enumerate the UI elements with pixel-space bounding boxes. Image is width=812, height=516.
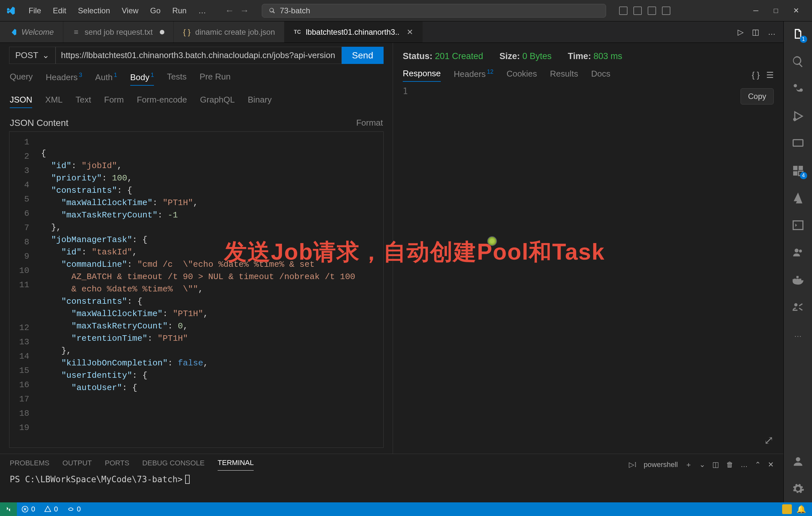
terminal-prompt: PS C:\LBWorkSpace\MyCode\73-batch> bbox=[10, 475, 182, 484]
tab-lbbatchtest[interactable]: TC lbbatchtest01.chinanorth3.. ✕ bbox=[285, 22, 423, 42]
files-badge: 1 bbox=[800, 36, 807, 43]
tab-body[interactable]: Body1 bbox=[130, 72, 154, 86]
rtab-headers[interactable]: Headers12 bbox=[454, 68, 493, 82]
menu-edit[interactable]: Edit bbox=[47, 4, 72, 18]
close-panel-icon[interactable]: ✕ bbox=[768, 460, 774, 469]
shell-label[interactable]: powershell bbox=[644, 460, 678, 469]
json-editor[interactable]: 1234567891011 1213141516171819 { "id": "… bbox=[9, 131, 384, 448]
bodytype-xml[interactable]: XML bbox=[45, 95, 62, 108]
run-icon[interactable]: ▷ bbox=[737, 28, 744, 37]
terminal-icon[interactable] bbox=[791, 218, 805, 232]
bodytype-json[interactable]: JSON bbox=[10, 95, 32, 108]
tab-headers[interactable]: Headers3 bbox=[46, 72, 82, 86]
tab-dinamic-job[interactable]: { } dinamic create job.json bbox=[174, 22, 284, 42]
rtab-response[interactable]: Response bbox=[403, 68, 441, 82]
rtab-docs[interactable]: Docs bbox=[591, 69, 610, 82]
tab-auth[interactable]: Auth1 bbox=[95, 72, 117, 86]
ports-count[interactable]: 0 bbox=[67, 505, 81, 513]
bodytype-form[interactable]: Form bbox=[104, 95, 124, 108]
bodytype-binary[interactable]: Binary bbox=[248, 95, 272, 108]
ptab-debug[interactable]: DEBUG CONSOLE bbox=[142, 459, 205, 471]
errors-count[interactable]: 0 bbox=[22, 505, 35, 513]
format-button[interactable]: Format bbox=[356, 118, 383, 128]
braces-icon[interactable]: { } bbox=[752, 70, 760, 80]
tab-query[interactable]: Query bbox=[10, 72, 33, 86]
source-control-icon[interactable] bbox=[791, 82, 805, 96]
nav-arrows: ← → bbox=[225, 5, 249, 16]
code-content[interactable]: { "id": "jobId", "priority": 100, "const… bbox=[36, 132, 360, 448]
ptab-ports[interactable]: PORTS bbox=[105, 459, 129, 471]
menu-view[interactable]: View bbox=[116, 4, 145, 18]
bodytype-graphql[interactable]: GraphQL bbox=[200, 95, 235, 108]
tab-prerun[interactable]: Pre Run bbox=[200, 72, 231, 86]
terminal-content[interactable]: PS C:\LBWorkSpace\MyCode\73-batch> bbox=[0, 471, 783, 488]
docker-icon[interactable] bbox=[791, 273, 805, 287]
layout-bottom-icon[interactable] bbox=[633, 6, 642, 15]
lines-icon: ≡ bbox=[72, 28, 80, 36]
close-tab-icon[interactable]: ✕ bbox=[407, 28, 413, 37]
request-bar: POST ⌄ https://lbbatchtest01.chinanorth3… bbox=[0, 43, 393, 64]
response-line: 1 bbox=[403, 86, 774, 96]
menu-icon[interactable]: ☰ bbox=[766, 70, 774, 80]
url-input[interactable]: https://lbbatchtest01.chinanorth3.batch.… bbox=[56, 47, 342, 64]
menu-selection[interactable]: Selection bbox=[72, 4, 116, 18]
chevron-down-icon[interactable]: ⌄ bbox=[699, 460, 705, 469]
svg-rect-3 bbox=[799, 166, 803, 170]
nav-forward-icon[interactable]: → bbox=[240, 5, 249, 16]
teams-icon[interactable] bbox=[791, 245, 805, 260]
chevron-up-icon[interactable]: ⌃ bbox=[755, 460, 761, 469]
svg-rect-6 bbox=[793, 221, 803, 230]
split-editor-icon[interactable]: ◫ bbox=[752, 28, 759, 37]
files-icon[interactable]: 1 bbox=[791, 27, 805, 41]
bodytype-text[interactable]: Text bbox=[76, 95, 91, 108]
terminal-profile-icon[interactable]: ▷⁞ bbox=[629, 460, 637, 469]
live-share-icon[interactable] bbox=[791, 300, 805, 314]
warnings-count[interactable]: 0 bbox=[44, 505, 58, 513]
http-method-select[interactable]: POST ⌄ bbox=[9, 47, 56, 64]
rtab-results[interactable]: Results bbox=[550, 69, 578, 82]
window-controls: ─ □ ✕ bbox=[746, 4, 806, 18]
layout-right-icon[interactable] bbox=[648, 6, 656, 15]
menu-go[interactable]: Go bbox=[144, 4, 166, 18]
tab-send-job[interactable]: ≡ send job request.txt bbox=[63, 22, 174, 42]
bell-icon[interactable]: 🔔 bbox=[796, 505, 806, 514]
layout-left-icon[interactable] bbox=[619, 6, 628, 15]
more-actions-icon[interactable]: … bbox=[768, 28, 776, 37]
run-debug-icon[interactable] bbox=[791, 109, 805, 123]
tab-welcome[interactable]: Welcome bbox=[0, 22, 63, 42]
more-activity-icon[interactable]: … bbox=[791, 327, 805, 341]
ptab-problems[interactable]: PROBLEMS bbox=[10, 459, 49, 471]
maximize-icon[interactable]: □ bbox=[766, 4, 786, 18]
bodytype-formencode[interactable]: Form-encode bbox=[137, 95, 187, 108]
tab-tests[interactable]: Tests bbox=[167, 72, 187, 86]
rtab-cookies[interactable]: Cookies bbox=[506, 69, 537, 82]
new-terminal-icon[interactable]: ＋ bbox=[685, 460, 692, 469]
search-icon[interactable] bbox=[791, 55, 805, 69]
expand-icon[interactable]: ⤢ bbox=[764, 433, 774, 447]
menu-more-icon[interactable]: … bbox=[192, 4, 212, 18]
remote-icon[interactable] bbox=[791, 136, 805, 151]
content-label: JSON Content bbox=[10, 118, 68, 128]
extensions-icon[interactable]: 4 bbox=[791, 163, 805, 178]
azure-icon[interactable] bbox=[791, 191, 805, 205]
panel-tabs: PROBLEMS OUTPUT PORTS DEBUG CONSOLE TERM… bbox=[0, 454, 783, 471]
remote-indicator[interactable] bbox=[0, 503, 17, 516]
command-center[interactable]: 73-batch bbox=[262, 4, 606, 18]
send-button[interactable]: Send bbox=[342, 47, 384, 64]
minimize-icon[interactable]: ─ bbox=[746, 4, 766, 18]
gear-icon[interactable] bbox=[791, 482, 805, 496]
nav-back-icon[interactable]: ← bbox=[225, 5, 234, 16]
menu-file[interactable]: File bbox=[23, 4, 47, 18]
sb-warn-icon[interactable] bbox=[782, 504, 792, 514]
layout-custom-icon[interactable] bbox=[662, 6, 670, 15]
chevron-down-icon: ⌄ bbox=[42, 50, 49, 60]
ptab-terminal[interactable]: TERMINAL bbox=[218, 459, 254, 471]
trash-icon[interactable]: 🗑 bbox=[726, 460, 733, 469]
menu-run[interactable]: Run bbox=[166, 4, 192, 18]
ptab-output[interactable]: OUTPUT bbox=[62, 459, 92, 471]
account-icon[interactable] bbox=[791, 454, 805, 468]
copy-button[interactable]: Copy bbox=[741, 88, 774, 104]
more-icon[interactable]: … bbox=[741, 460, 748, 469]
close-icon[interactable]: ✕ bbox=[786, 4, 806, 18]
split-terminal-icon[interactable]: ◫ bbox=[712, 460, 719, 469]
